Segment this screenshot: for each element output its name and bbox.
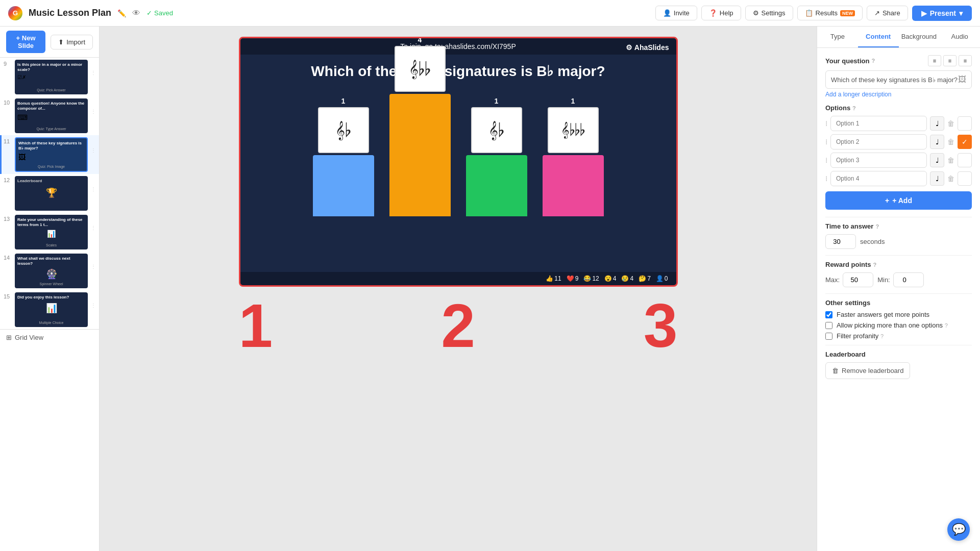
add-description-link[interactable]: Add a longer description bbox=[825, 91, 972, 98]
reward-help-icon[interactable]: ? bbox=[873, 262, 877, 268]
tab-audio[interactable]: Audio bbox=[939, 27, 980, 47]
slide-question-text: Which of these key signatures is B♭ majo… bbox=[240, 55, 676, 84]
new-slide-button[interactable]: + New Slide bbox=[6, 31, 45, 53]
option-delete-4[interactable]: 🗑 bbox=[947, 174, 954, 183]
question-help-icon[interactable]: ? bbox=[871, 58, 875, 64]
option-delete-3[interactable]: 🗑 bbox=[947, 156, 954, 164]
results-icon: 📋 bbox=[805, 9, 813, 17]
tab-background[interactable]: Background bbox=[899, 27, 940, 47]
option-correct-1[interactable] bbox=[958, 116, 972, 131]
results-new-badge: NEW bbox=[840, 10, 855, 16]
allow-multiple-help-icon[interactable]: ? bbox=[945, 322, 948, 329]
option-input-1[interactable] bbox=[830, 116, 927, 131]
option-correct-2[interactable]: ✓ bbox=[958, 135, 972, 149]
slide-item[interactable]: 12 Leaderboard 🏆 ⋮ bbox=[0, 174, 99, 213]
align-right-button[interactable]: ≡ bbox=[959, 55, 972, 66]
image-upload-icon[interactable]: 🖼 bbox=[958, 75, 966, 84]
results-button[interactable]: 📋 Results NEW bbox=[797, 6, 863, 20]
option-music-icon-2[interactable]: ♩ bbox=[930, 135, 944, 149]
join-url-bar: To join, go to: ahaslides.com/XI795P bbox=[240, 38, 676, 55]
option-music-icon-3[interactable]: ♩ bbox=[930, 153, 944, 167]
option-correct-3[interactable] bbox=[958, 153, 972, 167]
chart-bar-3: 1 𝄞♭ bbox=[466, 97, 527, 216]
question-input-row: 🖼 bbox=[825, 70, 972, 89]
play-icon: ▶ bbox=[921, 9, 927, 17]
slide-item[interactable]: 11 Which of these key signatures is B♭ m… bbox=[0, 135, 99, 174]
option-music-icon-4[interactable]: ♩ bbox=[930, 171, 944, 186]
option-input-2[interactable] bbox=[830, 134, 927, 149]
options-list: ⁞ ♩ 🗑 ⁞ ♩ 🗑 ✓ bbox=[825, 116, 972, 186]
option-input-3[interactable] bbox=[830, 153, 927, 168]
reaction-sad: 😢 4 bbox=[621, 275, 633, 282]
chat-button[interactable]: 💬 bbox=[947, 518, 970, 541]
grid-view-button[interactable]: ⊞ Grid View bbox=[0, 329, 99, 345]
topbar-right: 👤 Invite ❓ Help ⚙ Settings 📋 Results NEW… bbox=[655, 6, 972, 21]
slide-item[interactable]: 13 Rate your understanding of these term… bbox=[0, 213, 99, 252]
slide-item[interactable]: 10 Bonus question! Anyone know the compo… bbox=[0, 96, 99, 135]
option-drag-handle-4[interactable]: ⁞ bbox=[825, 174, 827, 183]
reward-min-input[interactable] bbox=[893, 272, 924, 287]
option-music-icon-1[interactable]: ♩ bbox=[930, 116, 944, 131]
time-help-icon[interactable]: ? bbox=[875, 223, 879, 230]
share-button[interactable]: ↗ Share bbox=[867, 6, 908, 20]
option-correct-4[interactable] bbox=[958, 171, 972, 186]
time-input[interactable] bbox=[825, 234, 856, 249]
time-section-label: Time to answer ? bbox=[825, 222, 972, 230]
option-drag-handle-3[interactable]: ⁞ bbox=[825, 156, 827, 164]
align-center-button[interactable]: ≡ bbox=[943, 55, 957, 66]
question-input[interactable] bbox=[831, 76, 958, 84]
allow-multiple-checkbox[interactable] bbox=[825, 322, 832, 329]
slide-item[interactable]: 9 Is this piece in a major or a minor sc… bbox=[0, 58, 99, 96]
tab-type[interactable]: Type bbox=[817, 27, 858, 47]
options-help-icon[interactable]: ? bbox=[852, 105, 856, 111]
right-panel-content: Your question ? ≡ ≡ ≡ 🖼 Add a longer des… bbox=[817, 48, 980, 386]
reaction-heart: ❤️ 9 bbox=[567, 275, 579, 282]
drag-handle-icon: ⋮ bbox=[91, 186, 96, 192]
option-input-4[interactable] bbox=[830, 171, 927, 186]
reward-min-group: Min: bbox=[877, 272, 924, 287]
option-row-1: ⁞ ♩ 🗑 bbox=[825, 116, 972, 131]
filter-profanity-checkbox[interactable] bbox=[825, 333, 832, 340]
grid-icon: ⊞ bbox=[6, 334, 12, 341]
import-button[interactable]: ⬆ Import bbox=[51, 35, 93, 49]
align-left-button[interactable]: ≡ bbox=[928, 55, 941, 66]
option-row-2: ⁞ ♩ 🗑 ✓ bbox=[825, 134, 972, 149]
reward-max-group: Max: bbox=[825, 272, 873, 287]
drag-handle-icon: ⋮ bbox=[91, 225, 96, 231]
reaction-bar: 👍 11 ❤️ 9 😂 12 😮 4 😢 4 🤔 7 👤 0 bbox=[240, 272, 676, 285]
topbar: G Music Lesson Plan ✏️ 👁 ✓ Saved 👤 Invit… bbox=[0, 0, 980, 27]
reward-section-label: Reward points ? bbox=[825, 261, 972, 268]
reward-max-input[interactable] bbox=[843, 272, 873, 287]
settings-button[interactable]: ⚙ Settings bbox=[745, 6, 793, 20]
settings-icon: ⚙ bbox=[753, 9, 759, 17]
present-button[interactable]: ▶ Present ▾ bbox=[912, 6, 972, 21]
trash-icon: 🗑 bbox=[832, 367, 839, 374]
invite-button[interactable]: 👤 Invite bbox=[655, 6, 697, 20]
help-button[interactable]: ❓ Help bbox=[701, 6, 741, 20]
right-panel: Type Content Background Audio Your quest… bbox=[817, 27, 980, 551]
edit-icon[interactable]: ✏️ bbox=[117, 9, 126, 17]
slide-chart: 1 𝄞♭ 4 𝄞♭♭ bbox=[240, 84, 676, 221]
upload-icon: ⬆ bbox=[58, 38, 64, 46]
reaction-wow: 😮 4 bbox=[604, 275, 617, 282]
allow-multiple-row: Allow picking more than one options ? bbox=[825, 321, 972, 329]
big-number-3: 3 bbox=[644, 295, 678, 356]
option-drag-handle-2[interactable]: ⁞ bbox=[825, 138, 827, 146]
faster-answers-checkbox[interactable] bbox=[825, 311, 832, 318]
option-drag-handle-1[interactable]: ⁞ bbox=[825, 119, 827, 128]
drag-handle-icon: ⋮ bbox=[91, 303, 96, 308]
add-option-button[interactable]: + + Add bbox=[825, 191, 972, 210]
options-section-label: Options ? bbox=[825, 104, 972, 112]
drag-handle-icon: ⋮ bbox=[91, 70, 96, 76]
slide-item[interactable]: 15 Did you enjoy this lesson? 📊 Multiple… bbox=[0, 290, 99, 329]
slide-item[interactable]: 14 What shall we discuss next lesson? 🎡 … bbox=[0, 252, 99, 290]
option-delete-1[interactable]: 🗑 bbox=[947, 119, 954, 128]
chart-bar-1: 1 𝄞♭ bbox=[313, 97, 374, 216]
remove-leaderboard-button[interactable]: 🗑 Remove leaderboard bbox=[825, 362, 910, 379]
drag-handle-icon: ⋮ bbox=[91, 147, 96, 153]
option-delete-2[interactable]: 🗑 bbox=[947, 138, 954, 146]
tab-content[interactable]: Content bbox=[858, 27, 899, 47]
filter-profanity-help-icon[interactable]: ? bbox=[880, 333, 884, 339]
reaction-like: 👍 11 bbox=[546, 275, 561, 282]
preview-icon[interactable]: 👁 bbox=[132, 9, 140, 18]
